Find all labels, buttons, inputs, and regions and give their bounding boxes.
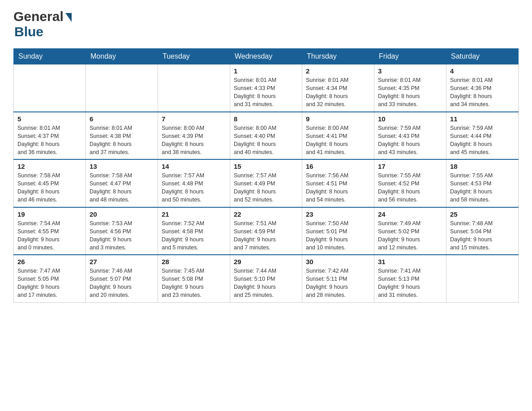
calendar-week-row: 12Sunrise: 7:58 AMSunset: 4:45 PMDayligh…	[14, 159, 519, 207]
logo-triangle-icon	[65, 13, 72, 22]
day-info: Sunrise: 8:01 AMSunset: 4:38 PMDaylight:…	[90, 124, 154, 157]
day-info: Sunrise: 8:00 AMSunset: 4:39 PMDaylight:…	[162, 124, 226, 157]
day-info: Sunrise: 7:59 AMSunset: 4:43 PMDaylight:…	[378, 124, 442, 157]
day-of-week-header: Thursday	[302, 49, 374, 64]
day-number: 13	[90, 163, 154, 170]
calendar-day-cell: 16Sunrise: 7:56 AMSunset: 4:51 PMDayligh…	[302, 159, 374, 207]
day-info: Sunrise: 7:55 AMSunset: 4:53 PMDaylight:…	[450, 171, 515, 204]
calendar-day-cell: 30Sunrise: 7:42 AMSunset: 5:11 PMDayligh…	[302, 255, 374, 302]
calendar-header-row: SundayMondayTuesdayWednesdayThursdayFrid…	[14, 49, 519, 64]
day-number: 4	[450, 67, 515, 75]
calendar-day-cell: 5Sunrise: 8:01 AMSunset: 4:37 PMDaylight…	[14, 112, 86, 160]
calendar-week-row: 1Sunrise: 8:01 AMSunset: 4:33 PMDaylight…	[14, 64, 519, 112]
calendar-day-cell: 31Sunrise: 7:41 AMSunset: 5:13 PMDayligh…	[374, 255, 446, 302]
calendar-day-cell: 10Sunrise: 7:59 AMSunset: 4:43 PMDayligh…	[374, 112, 446, 160]
day-of-week-header: Wednesday	[230, 49, 302, 64]
logo-text-blue: Blue	[13, 24, 43, 39]
day-of-week-header: Friday	[374, 49, 446, 64]
calendar-day-cell: 28Sunrise: 7:45 AMSunset: 5:08 PMDayligh…	[158, 255, 230, 302]
calendar-day-cell: 13Sunrise: 7:58 AMSunset: 4:47 PMDayligh…	[86, 159, 158, 207]
day-of-week-header: Tuesday	[158, 49, 230, 64]
calendar-day-cell: 7Sunrise: 8:00 AMSunset: 4:39 PMDaylight…	[158, 112, 230, 160]
calendar-day-cell: 15Sunrise: 7:57 AMSunset: 4:49 PMDayligh…	[230, 159, 302, 207]
calendar-day-cell: 3Sunrise: 8:01 AMSunset: 4:35 PMDaylight…	[374, 64, 446, 112]
day-number: 17	[378, 163, 442, 170]
day-number: 23	[306, 210, 370, 218]
day-info: Sunrise: 7:58 AMSunset: 4:47 PMDaylight:…	[90, 171, 154, 204]
day-info: Sunrise: 7:47 AMSunset: 5:05 PMDaylight:…	[17, 267, 82, 300]
calendar-day-cell	[14, 64, 86, 112]
day-info: Sunrise: 7:50 AMSunset: 5:01 PMDaylight:…	[306, 219, 370, 252]
calendar-day-cell: 9Sunrise: 8:00 AMSunset: 4:41 PMDaylight…	[302, 112, 374, 160]
day-number: 2	[306, 67, 370, 75]
calendar-week-row: 5Sunrise: 8:01 AMSunset: 4:37 PMDaylight…	[14, 112, 519, 160]
day-info: Sunrise: 8:01 AMSunset: 4:34 PMDaylight:…	[306, 76, 370, 109]
day-info: Sunrise: 8:01 AMSunset: 4:36 PMDaylight:…	[450, 76, 515, 109]
day-number: 5	[17, 115, 82, 123]
day-number: 10	[378, 115, 442, 123]
day-number: 18	[450, 163, 515, 170]
calendar-day-cell: 21Sunrise: 7:52 AMSunset: 4:58 PMDayligh…	[158, 207, 230, 255]
day-info: Sunrise: 7:59 AMSunset: 4:44 PMDaylight:…	[450, 124, 515, 157]
calendar-table: SundayMondayTuesdayWednesdayThursdayFrid…	[13, 48, 519, 303]
calendar-day-cell: 26Sunrise: 7:47 AMSunset: 5:05 PMDayligh…	[14, 255, 86, 302]
day-number: 31	[378, 258, 442, 265]
calendar-day-cell: 20Sunrise: 7:53 AMSunset: 4:56 PMDayligh…	[86, 207, 158, 255]
calendar-day-cell: 14Sunrise: 7:57 AMSunset: 4:48 PMDayligh…	[158, 159, 230, 207]
day-number: 27	[90, 258, 154, 265]
day-number: 29	[234, 258, 298, 265]
day-info: Sunrise: 7:57 AMSunset: 4:48 PMDaylight:…	[162, 171, 226, 204]
day-number: 14	[162, 163, 226, 170]
day-info: Sunrise: 7:42 AMSunset: 5:11 PMDaylight:…	[306, 267, 370, 300]
day-of-week-header: Saturday	[446, 49, 519, 64]
calendar-day-cell: 29Sunrise: 7:44 AMSunset: 5:10 PMDayligh…	[230, 255, 302, 302]
calendar-day-cell: 22Sunrise: 7:51 AMSunset: 4:59 PMDayligh…	[230, 207, 302, 255]
day-number: 9	[306, 115, 370, 123]
page-header: General Blue	[13, 9, 519, 39]
day-info: Sunrise: 7:41 AMSunset: 5:13 PMDaylight:…	[378, 267, 442, 300]
logo: General Blue	[13, 9, 72, 39]
day-number: 24	[378, 210, 442, 218]
day-number: 15	[234, 163, 298, 170]
day-info: Sunrise: 7:57 AMSunset: 4:49 PMDaylight:…	[234, 171, 298, 204]
day-number: 21	[162, 210, 226, 218]
calendar-day-cell: 12Sunrise: 7:58 AMSunset: 4:45 PMDayligh…	[14, 159, 86, 207]
day-number: 30	[306, 258, 370, 265]
day-info: Sunrise: 7:53 AMSunset: 4:56 PMDaylight:…	[90, 219, 154, 252]
calendar-day-cell: 1Sunrise: 8:01 AMSunset: 4:33 PMDaylight…	[230, 64, 302, 112]
day-info: Sunrise: 8:00 AMSunset: 4:41 PMDaylight:…	[306, 124, 370, 157]
day-of-week-header: Sunday	[14, 49, 86, 64]
calendar-day-cell: 2Sunrise: 8:01 AMSunset: 4:34 PMDaylight…	[302, 64, 374, 112]
day-number: 19	[17, 210, 82, 218]
day-number: 25	[450, 210, 515, 218]
day-info: Sunrise: 8:00 AMSunset: 4:40 PMDaylight:…	[234, 124, 298, 157]
day-info: Sunrise: 7:58 AMSunset: 4:45 PMDaylight:…	[17, 171, 82, 204]
calendar-day-cell: 27Sunrise: 7:46 AMSunset: 5:07 PMDayligh…	[86, 255, 158, 302]
logo-text-general: General	[13, 9, 64, 24]
day-info: Sunrise: 7:55 AMSunset: 4:52 PMDaylight:…	[378, 171, 442, 204]
calendar-week-row: 19Sunrise: 7:54 AMSunset: 4:55 PMDayligh…	[14, 207, 519, 255]
day-info: Sunrise: 7:48 AMSunset: 5:04 PMDaylight:…	[450, 219, 515, 252]
calendar-day-cell	[446, 255, 519, 302]
day-info: Sunrise: 7:49 AMSunset: 5:02 PMDaylight:…	[378, 219, 442, 252]
calendar-day-cell: 24Sunrise: 7:49 AMSunset: 5:02 PMDayligh…	[374, 207, 446, 255]
calendar-day-cell: 11Sunrise: 7:59 AMSunset: 4:44 PMDayligh…	[446, 112, 519, 160]
day-info: Sunrise: 7:51 AMSunset: 4:59 PMDaylight:…	[234, 219, 298, 252]
calendar-day-cell: 4Sunrise: 8:01 AMSunset: 4:36 PMDaylight…	[446, 64, 519, 112]
day-number: 20	[90, 210, 154, 218]
calendar-week-row: 26Sunrise: 7:47 AMSunset: 5:05 PMDayligh…	[14, 255, 519, 302]
day-info: Sunrise: 7:52 AMSunset: 4:58 PMDaylight:…	[162, 219, 226, 252]
calendar-day-cell: 25Sunrise: 7:48 AMSunset: 5:04 PMDayligh…	[446, 207, 519, 255]
day-number: 6	[90, 115, 154, 123]
day-info: Sunrise: 8:01 AMSunset: 4:33 PMDaylight:…	[234, 76, 298, 109]
day-number: 16	[306, 163, 370, 170]
day-info: Sunrise: 7:56 AMSunset: 4:51 PMDaylight:…	[306, 171, 370, 204]
calendar-day-cell	[158, 64, 230, 112]
day-info: Sunrise: 8:01 AMSunset: 4:35 PMDaylight:…	[378, 76, 442, 109]
day-number: 28	[162, 258, 226, 265]
day-info: Sunrise: 7:44 AMSunset: 5:10 PMDaylight:…	[234, 267, 298, 300]
calendar-day-cell: 19Sunrise: 7:54 AMSunset: 4:55 PMDayligh…	[14, 207, 86, 255]
day-info: Sunrise: 8:01 AMSunset: 4:37 PMDaylight:…	[17, 124, 82, 157]
calendar-day-cell	[86, 64, 158, 112]
day-number: 1	[234, 67, 298, 75]
